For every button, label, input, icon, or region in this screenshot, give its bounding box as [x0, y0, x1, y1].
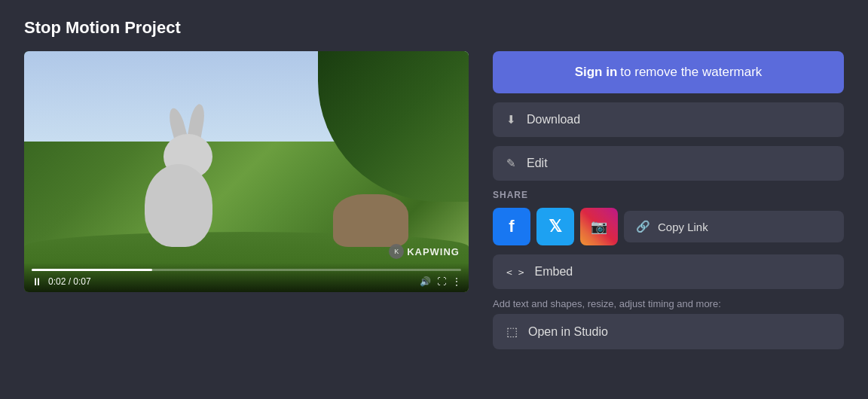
- watermark-text: KAPWING: [407, 246, 460, 257]
- copy-link-label: Copy Link: [658, 221, 708, 233]
- edit-icon: ✎: [506, 157, 516, 170]
- tree-background: [318, 51, 469, 202]
- main-content: K KAPWING ⏸ 0:02 / 0:07 🔊 ⛶ ⋮: [24, 51, 844, 381]
- sign-in-button[interactable]: Sign in to remove the watermark: [493, 51, 844, 93]
- pause-button[interactable]: ⏸: [32, 276, 42, 288]
- embed-button[interactable]: < > Embed: [493, 254, 844, 289]
- share-section: SHARE f 𝕏 📷 🔗 Copy Link: [493, 190, 844, 245]
- embed-label: Embed: [534, 265, 573, 279]
- progress-bar[interactable]: [32, 269, 461, 271]
- bunny-body: [145, 164, 212, 247]
- controls-right: 🔊 ⛶ ⋮: [420, 276, 461, 287]
- page-title: Stop Motion Project: [24, 18, 844, 38]
- twitter-icon: 𝕏: [549, 217, 562, 236]
- studio-section: Add text and shapes, resize, adjust timi…: [493, 298, 844, 349]
- facebook-button[interactable]: f: [493, 208, 530, 245]
- rock-shape: [333, 194, 408, 247]
- open-in-studio-button[interactable]: ⬚ Open in Studio: [493, 314, 844, 349]
- volume-icon[interactable]: 🔊: [420, 276, 431, 287]
- watermark-icon: K: [389, 244, 404, 259]
- watermark: K KAPWING: [389, 244, 460, 259]
- video-controls: ⏸ 0:02 / 0:07 🔊 ⛶ ⋮: [24, 263, 469, 292]
- more-icon[interactable]: ⋮: [452, 276, 461, 287]
- page-container: Stop Motion Project K KAPWING: [0, 0, 868, 399]
- external-icon: ⬚: [506, 324, 518, 339]
- link-icon: 🔗: [636, 220, 650, 233]
- studio-hint: Add text and shapes, resize, adjust timi…: [493, 298, 844, 309]
- download-button[interactable]: ⬇ Download: [493, 102, 844, 137]
- sign-in-rest-text: to remove the watermark: [620, 65, 762, 80]
- share-row: f 𝕏 📷 🔗 Copy Link: [493, 208, 844, 245]
- facebook-icon: f: [509, 217, 514, 236]
- instagram-button[interactable]: 📷: [580, 208, 618, 245]
- fullscreen-icon[interactable]: ⛶: [437, 276, 446, 287]
- sign-in-bold-text: Sign in: [575, 65, 618, 80]
- edit-button[interactable]: ✎ Edit: [493, 146, 844, 181]
- twitter-button[interactable]: 𝕏: [536, 208, 574, 245]
- copy-link-button[interactable]: 🔗 Copy Link: [624, 211, 844, 242]
- time-display: 0:02 / 0:07: [48, 276, 91, 287]
- progress-fill: [32, 269, 152, 271]
- download-icon: ⬇: [506, 113, 516, 126]
- video-player[interactable]: K KAPWING ⏸ 0:02 / 0:07 🔊 ⛶ ⋮: [24, 51, 469, 292]
- share-label: SHARE: [493, 190, 844, 200]
- edit-label: Edit: [527, 157, 548, 170]
- right-panel: Sign in to remove the watermark ⬇ Downlo…: [493, 51, 844, 381]
- embed-icon: < >: [506, 267, 524, 278]
- instagram-icon: 📷: [591, 218, 607, 235]
- controls-row: ⏸ 0:02 / 0:07 🔊 ⛶ ⋮: [32, 276, 461, 288]
- download-label: Download: [527, 113, 580, 126]
- open-in-studio-label: Open in Studio: [528, 325, 608, 339]
- video-section: K KAPWING ⏸ 0:02 / 0:07 🔊 ⛶ ⋮: [24, 51, 469, 381]
